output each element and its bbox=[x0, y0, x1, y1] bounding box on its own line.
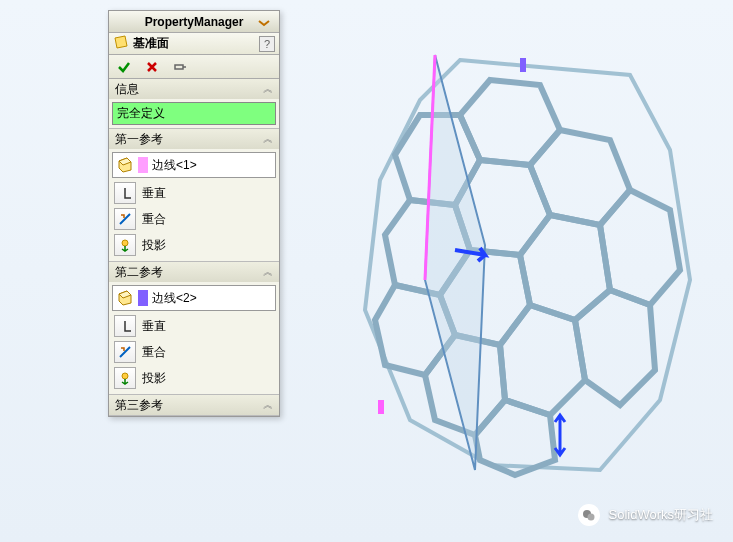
perpendicular-label-2: 垂直 bbox=[142, 318, 166, 335]
first-reference-header[interactable]: 第一参考 ︽ bbox=[109, 129, 279, 149]
coincident-label: 重合 bbox=[142, 211, 166, 228]
project-option[interactable]: 投影 bbox=[112, 232, 276, 258]
info-section: 信息 ︽ 完全定义 bbox=[109, 79, 279, 129]
help-button[interactable]: ? bbox=[259, 36, 275, 52]
property-manager-panel: PropertyManager 基准面 ? 信息 ︽ 完全定义 bbox=[108, 10, 280, 417]
model-geometry bbox=[290, 0, 733, 520]
panel-title: PropertyManager bbox=[145, 15, 244, 29]
perpendicular-label: 垂直 bbox=[142, 185, 166, 202]
wechat-icon bbox=[578, 504, 600, 526]
perpendicular-option-2[interactable]: 垂直 bbox=[112, 313, 276, 339]
svg-rect-3 bbox=[175, 65, 183, 69]
panel-header: PropertyManager bbox=[109, 11, 279, 33]
svg-point-6 bbox=[122, 373, 128, 379]
first-reference-edge-label: 边线<1> bbox=[152, 157, 197, 174]
purple-color-swatch bbox=[138, 290, 148, 306]
svg-rect-1 bbox=[520, 58, 526, 72]
coincident-option[interactable]: 重合 bbox=[112, 206, 276, 232]
coincident-option-2[interactable]: 重合 bbox=[112, 339, 276, 365]
svg-point-5 bbox=[122, 240, 128, 246]
collapse-icon: ︽ bbox=[263, 398, 273, 412]
coincident-label-2: 重合 bbox=[142, 344, 166, 361]
second-reference-header[interactable]: 第二参考 ︽ bbox=[109, 262, 279, 282]
collapse-icon: ︽ bbox=[263, 82, 273, 96]
ok-button[interactable] bbox=[113, 56, 135, 78]
action-bar bbox=[109, 55, 279, 79]
svg-point-8 bbox=[588, 514, 595, 521]
pink-color-swatch bbox=[138, 157, 148, 173]
watermark: SolidWorks研习社 bbox=[578, 504, 713, 526]
third-reference-section: 第三参考 ︽ bbox=[109, 395, 279, 416]
collapse-icon: ︽ bbox=[263, 132, 273, 146]
info-section-title: 信息 bbox=[115, 81, 139, 98]
watermark-text: SolidWorks研习社 bbox=[608, 506, 713, 524]
status-field: 完全定义 bbox=[112, 102, 276, 125]
second-reference-section: 第二参考 ︽ 边线<2> 垂直 重合 bbox=[109, 262, 279, 395]
first-reference-title: 第一参考 bbox=[115, 131, 163, 148]
face-icon bbox=[116, 288, 134, 309]
face-icon bbox=[116, 155, 134, 176]
first-reference-section: 第一参考 ︽ 边线<1> 垂直 重合 bbox=[109, 129, 279, 262]
panel-arrow-icon[interactable] bbox=[253, 11, 275, 33]
third-reference-header[interactable]: 第三参考 ︽ bbox=[109, 395, 279, 415]
first-reference-selection[interactable]: 边线<1> bbox=[112, 152, 276, 178]
project-option-2[interactable]: 投影 bbox=[112, 365, 276, 391]
project-label-2: 投影 bbox=[142, 370, 166, 387]
svg-rect-2 bbox=[378, 400, 384, 414]
project-icon bbox=[114, 234, 136, 256]
coincident-icon bbox=[114, 341, 136, 363]
second-reference-edge-label: 边线<2> bbox=[152, 290, 197, 307]
feature-name: 基准面 bbox=[133, 35, 255, 52]
direction-arrow-2 bbox=[555, 415, 565, 455]
perpendicular-icon bbox=[114, 315, 136, 337]
coincident-icon bbox=[114, 208, 136, 230]
collapse-icon: ︽ bbox=[263, 265, 273, 279]
plane-icon bbox=[113, 34, 129, 53]
project-label: 投影 bbox=[142, 237, 166, 254]
feature-title-bar: 基准面 ? bbox=[109, 33, 279, 55]
second-reference-title: 第二参考 bbox=[115, 264, 163, 281]
third-reference-title: 第三参考 bbox=[115, 397, 163, 414]
cancel-button[interactable] bbox=[141, 56, 163, 78]
project-icon bbox=[114, 367, 136, 389]
perpendicular-option[interactable]: 垂直 bbox=[112, 180, 276, 206]
second-reference-selection[interactable]: 边线<2> bbox=[112, 285, 276, 311]
info-section-header[interactable]: 信息 ︽ bbox=[109, 79, 279, 99]
perpendicular-icon bbox=[114, 182, 136, 204]
pushpin-button[interactable] bbox=[169, 56, 191, 78]
